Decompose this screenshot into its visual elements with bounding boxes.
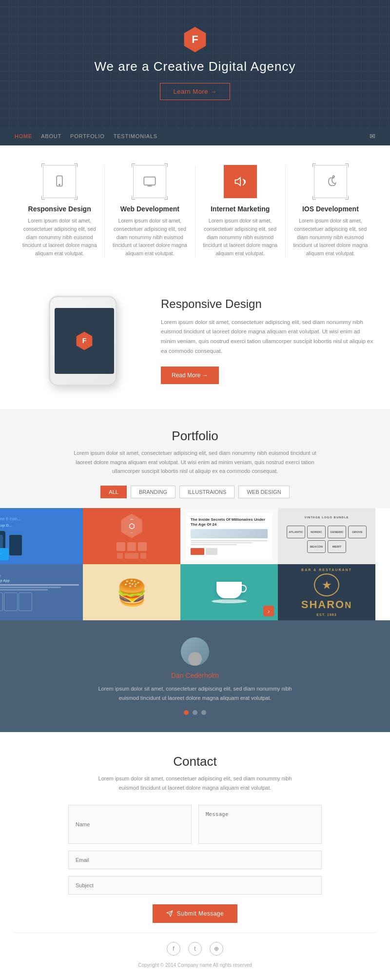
mobile-icon [53,175,66,188]
form-row-1 [68,805,322,844]
nav-item-portfolio[interactable]: PORTFOLIO [70,133,105,139]
service-icon-responsive [43,165,76,198]
read-more-button[interactable]: Read More → [161,367,219,384]
facebook-icon[interactable]: f [167,942,180,956]
service-desc-webdev: Lorem ipsum dolor sit amet, consectetuer… [111,217,189,258]
contact-section: Contact Lorem ipsum dolor sit amet, cons… [0,732,390,980]
portfolio-desc: Lorem ipsum dolor sit amet, consectetuer… [73,449,317,476]
main-nav: HOME ABOUT PORTFOLIO TESTIMONIALS ✉ [0,127,390,145]
svg-rect-2 [144,177,156,185]
testimonial-dot-1[interactable] [184,710,189,715]
portfolio-item-5[interactable]: Outline Mockup App [0,564,83,620]
feature-desc: Lorem ipsum dolor sit amet, consectetuer… [161,318,375,356]
form-row-3 [68,876,322,895]
filter-illustrations[interactable]: ILLUSTRAIONS [179,486,234,498]
phone-logo-letter: F [82,337,87,345]
testimonial-dot-2[interactable] [193,710,197,715]
testimonial-text: Lorem ipsum dolor sit amet, consectetuer… [93,684,297,702]
email-input[interactable] [68,851,322,869]
testimonial-avatar [181,637,209,666]
phone-mockup: F [34,292,132,389]
service-title-marketing: Internet Marketing [211,205,270,213]
testimonial-dot-3[interactable] [201,710,206,715]
globe-icon[interactable]: ⊕ [210,942,223,956]
contact-title: Contact [15,754,375,769]
monitor-icon [143,175,156,188]
service-ios: IOS Development Lorem ipsum dolor sit am… [286,165,375,258]
phone-logo-hex: F [75,331,94,350]
nav-item-testimonials[interactable]: TESTIMONIALS [114,133,157,139]
service-icon-webdev [133,165,166,198]
subject-input[interactable] [68,876,322,895]
svg-point-1 [59,184,60,185]
filter-branding[interactable]: BRANDING [131,486,176,498]
twitter-icon[interactable]: t [188,942,202,956]
message-input[interactable] [198,805,322,844]
port-hex-icon: ⬡ [119,514,144,538]
portfolio-item-3[interactable]: The Inside Secrets Of Millionaires Under… [180,508,278,564]
service-icon-marketing [224,165,257,198]
service-desc-marketing: Lorem ipsum dolor sit amet, consectetuer… [201,217,279,258]
filter-webdesign[interactable]: WEB DESIGN [238,486,289,498]
portfolio-item-1[interactable]: iphone 6 con... Mockup D... Twitter 🐦 [0,508,83,564]
portfolio-section: Portfolio Lorem ipsum dolor sit amet, co… [0,409,390,508]
testimonial-section: Dan Cederholm Lorem ipsum dolor sit amet… [0,620,390,732]
logo-letter: F [192,33,198,46]
portfolio-title: Portfolio [15,429,375,444]
hero-title: We are a Creative Digital Agency [94,59,295,74]
service-responsive: Responsive Design Lorem ipsum dolor sit … [15,165,105,258]
form-submit-container: Submit Message [15,904,375,923]
contact-form [68,805,322,895]
hero-section: F We are a Creative Digital Agency Learn… [0,0,390,127]
footer-divider [15,933,375,933]
feature-title: Responsive Design [161,297,375,311]
portfolio-item-6[interactable]: 🍔 [83,564,180,620]
submit-button[interactable]: Submit Message [153,904,237,923]
feature-section: F Responsive Design Lorem ipsum dolor si… [0,272,390,409]
portfolio-grid: iphone 6 con... Mockup D... Twitter 🐦 ⬡ [0,508,375,620]
portfolio-item-7[interactable]: ♪ [180,564,278,620]
phone-outer: F [49,296,117,386]
service-desc-responsive: Lorem ipsum dolor sit amet, consectetuer… [20,217,98,258]
form-row-2 [68,851,322,869]
nav-item-home[interactable]: HOME [15,133,32,139]
portfolio-item-2[interactable]: ⬡ [83,508,180,564]
portfolio-filters: ALL BRANDING ILLUSTRAIONS WEB DESIGN [15,486,375,508]
send-icon [166,910,173,917]
services-section: Responsive Design Lorem ipsum dolor sit … [0,145,390,272]
service-desc-ios: Lorem ipsum dolor sit amet, consectetuer… [292,217,370,258]
portfolio-item-4[interactable]: VINTAGE LOGO BUNDLE ATLANTIC NORDIC GENE… [278,508,375,564]
footer-copyright: Copyright © 2014 Company name All rights… [15,962,375,968]
megaphone-icon [234,175,247,188]
submit-label: Submit Message [177,910,224,917]
apple-icon [324,175,337,188]
learn-more-button[interactable]: Learn More → [160,83,230,100]
contact-desc: Lorem ipsum dolor sit amet, consectetuer… [93,774,297,792]
social-links: f t ⊕ [15,942,375,956]
service-webdev: Web Development Lorem ipsum dolor sit am… [105,165,195,258]
service-marketing: Internet Marketing Lorem ipsum dolor sit… [195,165,286,258]
name-input[interactable] [68,805,192,844]
service-title-responsive: Responsive Design [28,205,91,213]
service-title-webdev: Web Development [120,205,179,213]
phone-screen: F [55,308,114,374]
service-title-ios: IOS Development [302,205,359,213]
nav-item-about[interactable]: ABOUT [41,133,61,139]
portfolio-item-8[interactable]: BAR & RESTAURANT ★ SHARON EST. 1983 [278,564,375,620]
feature-image: F [15,292,151,389]
filter-all[interactable]: ALL [100,486,127,498]
service-icon-ios [314,165,347,198]
testimonial-name: Dan Cederholm [15,672,375,679]
testimonial-dots [15,710,375,715]
feature-content: Responsive Design Lorem ipsum dolor sit … [151,297,375,384]
nav-mail-icon[interactable]: ✉ [370,132,375,140]
